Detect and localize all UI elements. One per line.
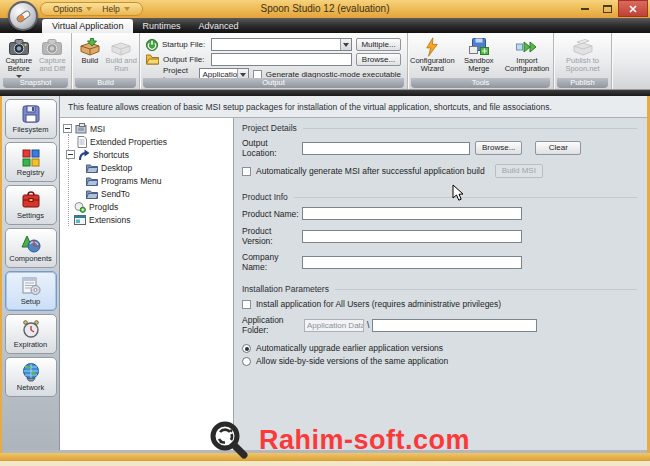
tree-item-progids[interactable]: ProgIds: [60, 200, 233, 213]
close-button[interactable]: [618, 0, 648, 17]
all-users-label: Install application for All Users (requi…: [256, 299, 501, 309]
path-separator: \: [367, 320, 369, 330]
watermark-text: Rahim-soft.com: [259, 425, 470, 456]
startup-file-combo[interactable]: [211, 38, 352, 51]
build-button[interactable]: Build: [74, 35, 106, 65]
group-label-snapshot: Snapshot: [3, 78, 68, 88]
sidebar-item-registry[interactable]: Registry: [5, 142, 57, 182]
progids-icon: [74, 201, 86, 213]
all-users-checkbox[interactable]: [242, 300, 251, 309]
tab-advanced[interactable]: Advanced: [189, 19, 247, 33]
output-browse-button[interactable]: Browse...: [356, 53, 401, 66]
product-name-input[interactable]: [302, 207, 522, 220]
app-logo-orb-icon[interactable]: [8, 1, 38, 31]
clear-button[interactable]: Clear: [535, 141, 581, 155]
sidebar-item-settings[interactable]: Settings: [5, 185, 57, 225]
sidebar: Filesystem Registry Settings Components …: [2, 96, 60, 450]
import-arrows-icon: [516, 37, 538, 57]
filesystem-icon: [21, 104, 41, 124]
extensions-icon: [74, 214, 86, 226]
output-file-label: Output File:: [163, 55, 207, 64]
build-box-icon: [79, 37, 101, 57]
sandbox-merge-button[interactable]: Sandbox Merge: [459, 35, 499, 74]
output-location-input[interactable]: [302, 142, 470, 155]
feature-description: This feature allows creation of basic MS…: [60, 96, 647, 118]
startup-power-icon: [146, 39, 158, 51]
menu-options[interactable]: Options: [53, 4, 92, 14]
magnifier-watermark-icon: [208, 419, 250, 461]
side-by-side-radio[interactable]: [242, 357, 251, 366]
sidebar-item-components[interactable]: Components: [5, 228, 57, 268]
sidebar-item-setup[interactable]: Setup: [5, 271, 57, 311]
setup-tree-panel: MSI Extended Properties Shortcuts Deskto…: [60, 118, 234, 450]
alarm-clock-icon: [21, 319, 41, 339]
document-icon: [77, 136, 87, 148]
tree-item-extensions[interactable]: Extensions: [60, 213, 233, 226]
globe-icon: [21, 362, 41, 382]
application-data-readonly-field: Application Data: [304, 319, 364, 332]
sidebar-item-filesystem[interactable]: Filesystem: [5, 99, 57, 139]
close-icon: [629, 5, 637, 13]
tree-item-msi[interactable]: MSI: [60, 122, 233, 135]
company-name-input[interactable]: [302, 256, 522, 269]
setup-icon: [21, 276, 41, 296]
side-by-side-label: Allow side-by-side versions of the same …: [256, 356, 448, 366]
camera-icon: [9, 37, 29, 57]
mouse-cursor: [452, 184, 464, 206]
watermark: Rahim-soft.com: [208, 419, 470, 461]
section-installation-parameters: Installation Parameters: [242, 284, 637, 294]
camera-icon: [42, 37, 62, 57]
ribbon-tab-bar: Virtual Application Runtimes Advanced: [0, 18, 650, 33]
tree-item-extended-properties[interactable]: Extended Properties: [60, 135, 233, 148]
setup-form-panel: Project Details Output Location: Browse.…: [234, 118, 647, 450]
application-folder-input[interactable]: [372, 319, 537, 332]
tree-item-sendto[interactable]: SendTo: [60, 187, 233, 200]
capture-before-button[interactable]: Capture Before: [2, 35, 36, 78]
maximize-icon: [603, 5, 612, 13]
publish-box-icon: [572, 37, 594, 57]
minimize-button[interactable]: [574, 0, 596, 17]
maximize-button[interactable]: [596, 0, 618, 17]
tree-item-shortcuts[interactable]: Shortcuts: [60, 148, 233, 161]
collapse-expander-icon[interactable]: [63, 124, 72, 133]
ribbon-spacer: [612, 33, 650, 89]
upgrade-versions-radio[interactable]: [242, 344, 251, 353]
import-configuration-button[interactable]: Import Configuration: [503, 35, 551, 74]
menu-help[interactable]: Help: [102, 4, 129, 14]
section-project-details: Project Details: [242, 123, 637, 133]
ribbon-group-snapshot: Capture Before Capture and Diff Snapshot: [0, 33, 72, 89]
ribbon-group-publish: Publish to Spoon.net Publish: [554, 33, 612, 89]
chevron-down-icon: [124, 7, 130, 11]
tab-virtual-application[interactable]: Virtual Application: [42, 19, 133, 33]
chevron-down-icon[interactable]: [340, 39, 351, 50]
tree-item-desktop[interactable]: Desktop: [60, 161, 233, 174]
build-msi-button: Build MSI: [495, 164, 543, 178]
browse-button[interactable]: Browse...: [475, 141, 522, 155]
output-file-input[interactable]: [211, 53, 352, 66]
configuration-wizard-button[interactable]: Configuration Wizard: [410, 35, 455, 74]
registry-icon: [21, 147, 41, 167]
sidebar-item-expiration[interactable]: Expiration: [5, 314, 57, 354]
chevron-down-icon: [86, 7, 92, 11]
window-shadow-strip: [0, 461, 650, 466]
lightning-icon: [425, 37, 439, 57]
output-location-label: Output Location:: [242, 138, 302, 158]
upgrade-versions-label: Automatically upgrade earlier applicatio…: [256, 343, 443, 353]
auto-generate-msi-checkbox[interactable]: [242, 167, 251, 176]
product-version-input[interactable]: [302, 230, 522, 243]
ribbon-group-output: Startup File: Multiple... Output File: B…: [140, 33, 408, 89]
tree-item-programs-menu[interactable]: Programs Menu: [60, 174, 233, 187]
ribbon: Capture Before Capture and Diff Snapshot: [0, 33, 650, 90]
collapse-expander-icon[interactable]: [66, 150, 75, 159]
sidebar-item-network[interactable]: Network: [5, 357, 57, 397]
group-label-output: Output: [143, 78, 404, 88]
menu-bar: Options Help: [40, 2, 143, 16]
company-name-label: Company Name:: [242, 252, 302, 272]
ribbon-group-build: Build Build and Run Build: [72, 33, 140, 89]
multiple-button[interactable]: Multiple...: [356, 38, 401, 51]
title-bar: Spoon Studio 12 (evaluation) Options Hel…: [0, 0, 650, 18]
sandbox-merge-icon: [469, 37, 489, 57]
folder-icon: [86, 176, 98, 186]
folder-icon: [86, 163, 98, 173]
tab-runtimes[interactable]: Runtimes: [133, 19, 189, 33]
